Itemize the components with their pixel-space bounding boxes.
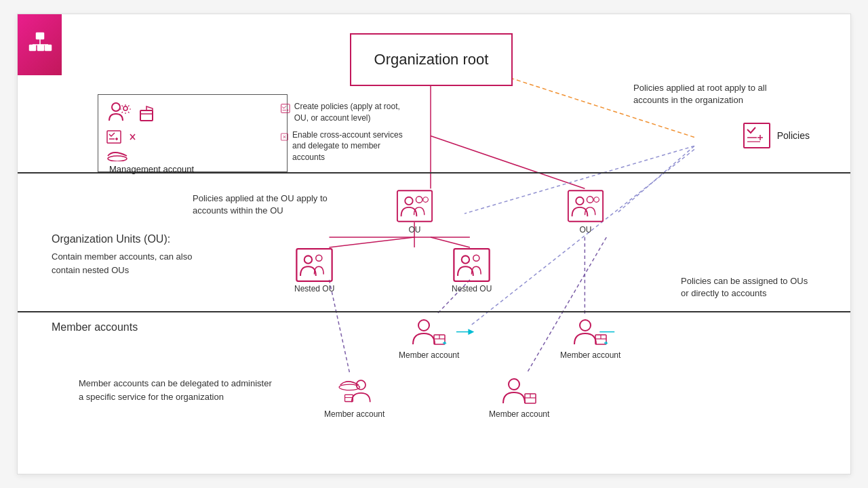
svg-rect-59 [454,249,490,281]
svg-rect-3 [45,45,52,51]
text-ou-section-title: Organization Units (OU): [52,231,201,247]
svg-point-49 [405,197,412,205]
org-root-box: Organization root [350,33,513,86]
text-policies-root-content: Policies applied at root apply to all ac… [633,83,767,105]
policy-box: Policies [743,123,810,148]
mgmt-account-label: Management account [106,164,194,174]
member-account-2: Member account [560,314,620,360]
text-create-policies: Create policies (apply at root, OU, or a… [281,101,410,163]
member-account-1: Member account [399,314,459,360]
mgmt-account-box: Management account [98,94,288,172]
svg-point-57 [304,256,312,263]
member-2-label: Member account [560,350,620,360]
svg-point-26 [123,106,127,110]
ou-right: OU [567,189,604,235]
member-4-icon [500,373,538,407]
svg-rect-27 [140,110,153,121]
svg-rect-42 [744,123,770,148]
ou-right-icon [567,189,604,223]
member-account-3: Member account [324,373,384,419]
org-root-label: Organization root [374,51,489,68]
svg-rect-35 [281,104,290,113]
svg-rect-48 [397,190,432,222]
svg-point-74 [509,379,519,390]
text-policies-root: Policies applied at root apply to all ac… [633,82,769,106]
text-ou-section-body: Contain member accounts, can also contai… [52,251,192,275]
nested-ou-left-icon [296,248,333,282]
member-1-label: Member account [399,350,459,360]
nested-ou-left: Nested OU [294,248,334,293]
svg-rect-56 [297,249,332,281]
svg-point-25 [112,103,120,111]
nested-ou-right-label: Nested OU [452,284,492,293]
member-1-icon [410,314,448,348]
text-policies-assign-content: Policies can be assigned to OUs or direc… [681,276,808,298]
text-policies-assign: Policies can be assigned to OUs or direc… [681,275,816,300]
cross-small-icon [281,129,288,144]
svg-point-54 [587,197,593,203]
mgmt-icons-row [106,100,157,126]
svg-point-62 [418,320,429,331]
ou-right-label: OU [580,225,592,235]
svg-rect-0 [36,33,44,39]
svg-rect-52 [568,190,603,222]
svg-rect-2 [37,45,44,51]
checklist-small-icon [281,101,290,116]
svg-point-61 [473,255,479,261]
svg-point-51 [423,197,429,203]
policies-label: Policies [777,130,810,141]
cross-icon [127,130,142,144]
svg-point-34 [108,156,127,161]
member-3-icon [336,373,373,407]
nested-ou-right-icon [453,248,490,282]
svg-point-66 [580,320,591,331]
ou-left: OU [396,189,433,235]
text-ou-policies: Policies applied at the OU apply to acco… [193,192,342,217]
svg-point-58 [316,255,322,261]
ou-left-label: OU [409,225,421,235]
svg-point-60 [462,256,469,263]
text-ou-policies-content: Policies applied at the OU apply to acco… [193,193,328,216]
checklist-icon [106,130,121,144]
svg-point-55 [594,197,599,203]
svg-point-50 [416,197,422,203]
top-icon [18,14,62,75]
text-ou-section: Organization Units (OU): Contain member … [52,231,201,277]
text-create-policies-content: Create policies (apply at root, OU, or a… [294,101,410,124]
ou-left-icon [396,189,433,223]
person-gear-icon [106,100,132,126]
text-member-section: Member accounts [52,321,138,333]
member-4-label: Member account [489,409,549,419]
svg-rect-1 [29,45,36,51]
nested-ou-right: Nested OU [452,248,492,293]
text-member-delegate-content: Member accounts can be delegated to admi… [79,378,272,402]
diagram-container: Organization root [17,14,851,474]
member-2-icon [572,314,609,348]
policies-icon [743,123,770,148]
text-member-delegate: Member accounts can be delegated to admi… [79,377,275,403]
svg-point-53 [576,197,583,205]
admin-hat-icon [106,146,128,161]
nested-ou-left-label: Nested OU [294,284,334,293]
text-enable-cross-content: Enable cross-account services and delega… [292,129,410,163]
cube-icon [138,104,157,123]
member-3-label: Member account [324,409,384,419]
svg-rect-28 [107,131,121,143]
member-account-4: Member account [489,373,549,419]
text-member-section-content: Member accounts [52,321,138,333]
